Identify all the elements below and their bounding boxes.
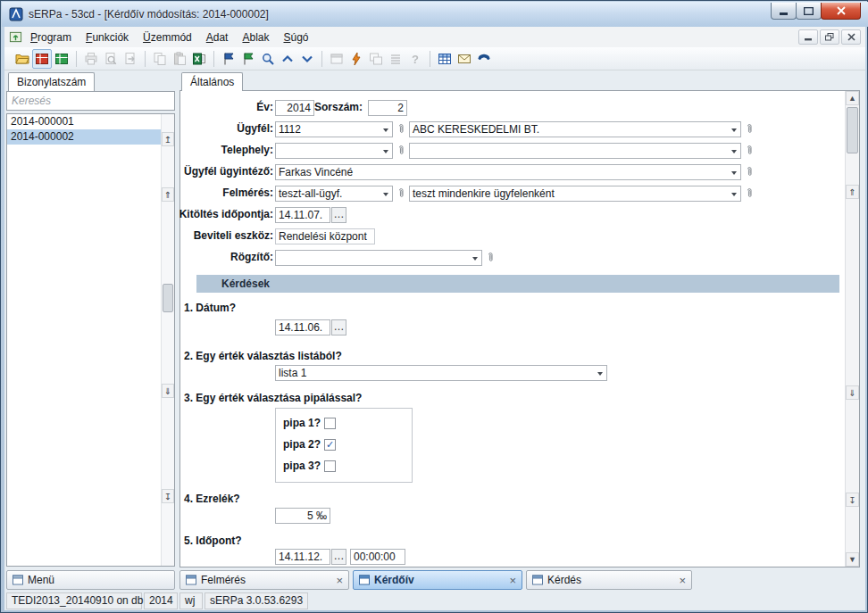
attachment-icon[interactable] [743, 164, 755, 180]
menu-panel-tab[interactable]: Menü [6, 570, 175, 590]
list-item-selected[interactable]: 2014-000002 [7, 129, 161, 145]
tab-kerdoiv[interactable]: Kérdőív × [353, 570, 522, 590]
search-button[interactable] [258, 49, 278, 69]
site-name-combo[interactable] [409, 143, 741, 159]
scroll-pageup-button[interactable]: ⇑ [846, 185, 859, 199]
question-1-date-field[interactable]: 14.11.06. [275, 319, 330, 335]
pipa3-checkbox[interactable] [324, 460, 336, 472]
phone-button[interactable] [474, 49, 494, 69]
survey-code-combo[interactable]: teszt-all-ügyf. [275, 186, 393, 202]
print-button[interactable] [81, 49, 101, 69]
help-button[interactable]: ? [405, 49, 425, 69]
question-4-label: 4. Ezrelék? [184, 493, 240, 505]
attachment-icon[interactable] [743, 121, 755, 137]
serial-field[interactable]: 2 [368, 100, 407, 116]
attachment-icon[interactable] [743, 143, 755, 159]
question-5-date-field[interactable]: 14.11.12. [275, 549, 330, 565]
list-scroll-pagedown-button[interactable]: ⇓ [162, 384, 174, 398]
tab-altalanos[interactable]: Általános [181, 72, 243, 91]
question-1-date-picker-button[interactable]: … [331, 319, 346, 335]
list-scrollbar[interactable]: ↥ ⇑ ⇓ ↧ [161, 114, 174, 566]
execute-button[interactable] [346, 49, 366, 69]
list-scrollbar-thumb[interactable] [163, 284, 173, 312]
next-record-button[interactable] [297, 49, 317, 69]
scroll-up-button[interactable]: ▲ [846, 91, 859, 105]
print-preview-button[interactable] [101, 49, 121, 69]
survey-name-combo[interactable]: teszt mindenkire ügyfelenként [409, 186, 741, 202]
open-button[interactable] [13, 49, 32, 69]
tab-kerdes[interactable]: Kérdés × [526, 570, 692, 590]
flag-green-button[interactable] [238, 49, 258, 69]
insert-button[interactable] [52, 49, 71, 69]
tab-bizonylatszam[interactable]: Bizonylatszám [8, 72, 95, 91]
question-4-field[interactable]: 5 ‰ [275, 508, 330, 524]
menu-program[interactable]: Program [24, 29, 78, 46]
app-icon[interactable] [9, 7, 23, 21]
pipa1-checkbox[interactable] [324, 418, 336, 429]
scroll-pagedown-button[interactable]: ⇓ [846, 385, 859, 400]
modify-button[interactable] [32, 49, 52, 69]
tab-close-icon[interactable]: × [336, 575, 343, 586]
filled-date-field[interactable]: 14.11.07. [275, 207, 330, 223]
question-2-combo[interactable]: lista 1 [275, 365, 607, 381]
attachment-icon[interactable] [484, 250, 497, 266]
main-scrollbar[interactable]: ▲ ⇑ ⇓ ↧ ▼ [845, 91, 859, 567]
recorder-combo[interactable] [275, 250, 482, 266]
menu-sugo[interactable]: Súgó [277, 29, 314, 46]
attachment-icon[interactable] [395, 143, 407, 159]
close-button[interactable] [821, 3, 861, 20]
list-scroll-first-button[interactable]: ↥ [162, 132, 174, 146]
scroll-down-button[interactable]: ▼ [846, 552, 859, 567]
mail-button[interactable] [455, 49, 474, 69]
paste-button[interactable] [170, 49, 189, 69]
scroll-last-button[interactable]: ↧ [846, 493, 859, 507]
list-scroll-pageup-button[interactable]: ⇑ [162, 187, 174, 202]
flag-blue-button[interactable] [219, 49, 238, 69]
excel-button[interactable] [189, 49, 209, 69]
tab-close-icon[interactable]: × [509, 575, 516, 586]
pipa2-checkbox-checked[interactable]: ✓ [324, 439, 336, 451]
menu-funkciok[interactable]: Funkciók [79, 29, 135, 46]
list-item[interactable]: 2014-000001 [7, 114, 161, 129]
chevron-down-icon [731, 171, 737, 178]
prev-record-button[interactable] [278, 49, 297, 69]
attachment-icon[interactable] [743, 186, 755, 202]
mdi-restore-button[interactable] [820, 29, 839, 45]
attachment-icon[interactable] [395, 186, 407, 202]
list-icon [388, 52, 403, 66]
list-scroll-last-button[interactable]: ↧ [162, 489, 174, 503]
caption-controls [772, 3, 861, 20]
grid-button[interactable] [435, 49, 455, 69]
form-window-icon [359, 575, 370, 585]
export-button[interactable] [121, 49, 140, 69]
menu-ablak[interactable]: Ablak [236, 29, 275, 46]
mdi-close-button[interactable] [841, 29, 861, 45]
filled-date-picker-button[interactable]: … [331, 207, 346, 223]
window-button[interactable] [327, 49, 346, 69]
mdi-minimize-button[interactable] [798, 29, 818, 45]
tab-felmeres[interactable]: Felmérés × [179, 570, 349, 590]
maximize-button[interactable] [796, 3, 822, 20]
menu-adat[interactable]: Adat [200, 29, 235, 46]
question-5-time-field[interactable]: 00:00:00 [350, 549, 405, 565]
child-window-icon[interactable] [9, 30, 22, 44]
tab-kerdoiv-label: Kérdőív [374, 574, 414, 586]
question-2-value: lista 1 [279, 367, 306, 379]
site-code-combo[interactable] [275, 143, 393, 159]
minimize-button[interactable] [771, 3, 797, 20]
search-input[interactable] [6, 91, 175, 111]
scrollbar-thumb[interactable] [847, 107, 858, 153]
question-5-date-picker-button[interactable]: … [331, 549, 346, 565]
copy-window-button[interactable] [366, 49, 386, 69]
list-button[interactable] [386, 49, 405, 69]
attachment-icon[interactable] [395, 121, 407, 137]
menu-uzemmod[interactable]: Üzemmód [137, 29, 198, 46]
status-year: 2014 [144, 592, 178, 609]
customer-name-combo[interactable]: ABC KERESKEDELMI BT. [409, 121, 741, 137]
customer-code-combo[interactable]: 1112 [275, 121, 393, 137]
tab-close-icon[interactable]: × [679, 575, 686, 586]
copy-button[interactable] [150, 49, 170, 69]
help-icon: ? [408, 52, 422, 66]
year-field[interactable]: 2014 [275, 100, 314, 116]
contact-combo[interactable]: Farkas Vincéné [275, 164, 741, 180]
